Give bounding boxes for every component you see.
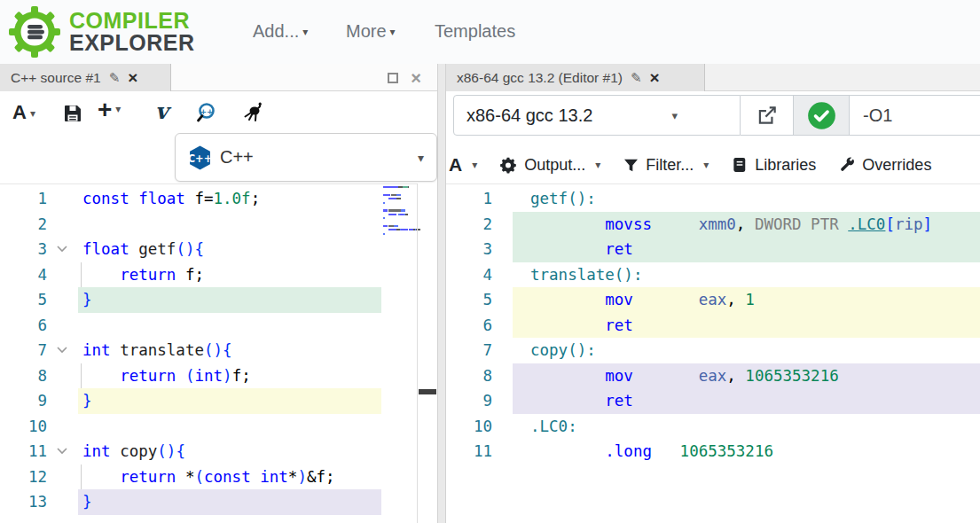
- open-compiler-site-button[interactable]: [741, 95, 794, 136]
- source-line-1[interactable]: 1const float f=1.0f;: [0, 186, 417, 212]
- fold-chevron-icon[interactable]: [57, 448, 67, 455]
- compiler-selector[interactable]: x86-64 gcc 13.2 ▾: [453, 95, 741, 136]
- line-number: 9: [0, 388, 47, 414]
- source-line-4[interactable]: 4 return f;: [0, 262, 417, 288]
- chevron-down-icon: ▾: [418, 151, 424, 165]
- language-label: C++: [220, 147, 254, 168]
- tab-compiler-output[interactable]: x86-64 gcc 13.2 (Editor #1) ✎ ×: [446, 64, 705, 91]
- line-number: 2: [446, 212, 492, 238]
- indent-guide: [81, 262, 82, 288]
- line-number: 3: [446, 237, 492, 262]
- nav-more-menu[interactable]: More▾: [346, 21, 396, 42]
- minimap[interactable]: [383, 186, 415, 237]
- book-icon: [731, 156, 749, 174]
- tab-cpp-source[interactable]: C++ source #1 ✎ ×: [0, 64, 171, 91]
- splitter-drag-handle[interactable]: [419, 389, 436, 394]
- source-line-5[interactable]: 5}: [0, 287, 417, 313]
- source-line-12[interactable]: 12 return *(const int*)&f;: [0, 464, 417, 490]
- line-number: 5: [0, 287, 47, 313]
- tab-title: x86-64 gcc 13.2 (Editor #1): [457, 70, 623, 86]
- asm-line-11[interactable]: 11 .long 1065353216: [446, 439, 980, 464]
- libraries-button[interactable]: Libraries: [731, 156, 816, 175]
- source-pane: A▾ +▾ v ++ C++ C++ ▾ 1const float f=1.0f…: [0, 91, 437, 523]
- check-circle-icon: [807, 101, 836, 130]
- site-logo: COMPILER EXPLORER: [7, 4, 195, 59]
- source-line-11[interactable]: 11int copy(){: [0, 439, 417, 464]
- cpp-language-icon: C++: [188, 144, 212, 171]
- line-number: 10: [446, 414, 492, 440]
- wrench-icon: [838, 156, 856, 174]
- chevron-down-icon: ▾: [390, 26, 396, 38]
- quick-bench-button[interactable]: [241, 101, 266, 126]
- asm-line-3[interactable]: 3 ret: [446, 237, 980, 262]
- compile-status-button[interactable]: [794, 95, 850, 136]
- cpp-insights-button[interactable]: ++: [196, 101, 221, 126]
- asm-line-9[interactable]: 9 ret: [446, 388, 980, 414]
- line-number: 4: [446, 262, 492, 288]
- maximize-pane-icon[interactable]: [388, 73, 398, 83]
- asm-line-5[interactable]: 5 mov eax, 1: [446, 287, 980, 313]
- line-number: 10: [0, 414, 47, 440]
- close-tab-icon[interactable]: ×: [650, 69, 660, 86]
- compiler-options-input[interactable]: -O1: [850, 95, 980, 136]
- save-button[interactable]: [62, 103, 83, 124]
- editor-splitter: [417, 183, 418, 523]
- add-pane-button[interactable]: +▾: [98, 96, 121, 124]
- asm-line-4[interactable]: 4translate():: [446, 262, 980, 288]
- source-line-6[interactable]: 6: [0, 313, 417, 339]
- fold-chevron-icon[interactable]: [57, 246, 67, 253]
- asm-line-2[interactable]: 2 movss xmm0, DWORD PTR .LC0[rip]: [446, 212, 980, 238]
- pane-gap: [437, 64, 446, 523]
- asm-editor[interactable]: 1getf():2 movss xmm0, DWORD PTR .LC0[rip…: [446, 183, 980, 523]
- close-pane-icon[interactable]: ×: [411, 69, 421, 87]
- asm-line-6[interactable]: 6 ret: [446, 313, 980, 339]
- chevron-down-icon: ▾: [302, 26, 308, 38]
- source-line-9[interactable]: 9}: [0, 388, 417, 414]
- source-pane-tabstrip: C++ source #1 ✎ × ×: [0, 64, 437, 91]
- source-line-10[interactable]: 10: [0, 414, 417, 440]
- line-number: 8: [446, 363, 492, 389]
- filter-menu-button[interactable]: Filter...▾: [623, 156, 709, 175]
- fold-chevron-icon[interactable]: [57, 347, 67, 354]
- line-number: 2: [0, 212, 47, 238]
- line-number: 13: [0, 489, 47, 515]
- asm-line-7[interactable]: 7copy():: [446, 338, 980, 363]
- output-menu-button[interactable]: Output...▾: [499, 156, 600, 175]
- chevron-down-icon: ▾: [703, 159, 709, 171]
- asm-line-1[interactable]: 1getf():: [446, 186, 980, 212]
- overrides-button[interactable]: Overrides: [838, 156, 931, 175]
- source-line-2[interactable]: 2: [0, 212, 417, 238]
- asm-line-10[interactable]: 10.LC0:: [446, 414, 980, 440]
- site-wordmark: COMPILER EXPLORER: [69, 10, 195, 54]
- source-line-3[interactable]: 3float getf(){: [0, 237, 417, 262]
- source-line-7[interactable]: 7int translate(){: [0, 338, 417, 363]
- language-selector[interactable]: C++ C++ ▾: [175, 133, 437, 182]
- source-line-8[interactable]: 8 return (int)f;: [0, 363, 417, 389]
- font-size-button[interactable]: A▾: [449, 154, 477, 176]
- line-number: 9: [446, 388, 492, 414]
- chevron-down-icon: ▾: [115, 103, 121, 115]
- line-number: 5: [446, 287, 492, 313]
- indent-guide: [81, 363, 82, 389]
- line-number: 1: [0, 186, 47, 212]
- rename-tab-icon[interactable]: ✎: [109, 70, 121, 86]
- close-tab-icon[interactable]: ×: [128, 69, 137, 86]
- wordmark-line1: COMPILER: [69, 10, 195, 32]
- rename-tab-icon[interactable]: ✎: [631, 70, 642, 86]
- line-number: 11: [0, 439, 47, 464]
- source-editor[interactable]: 1const float f=1.0f;23float getf(){4 ret…: [0, 183, 417, 523]
- asm-line-8[interactable]: 8 mov eax, 1065353216: [446, 363, 980, 389]
- nav-templates[interactable]: Templates: [435, 21, 515, 42]
- vim-mode-button[interactable]: v: [155, 98, 169, 124]
- line-number: 4: [0, 262, 47, 288]
- chevron-down-icon: ▾: [595, 159, 600, 171]
- nav-add-menu[interactable]: Add...▾: [253, 21, 308, 42]
- chevron-down-icon: ▾: [30, 107, 35, 120]
- compiler-name: x86-64 gcc 13.2: [466, 105, 592, 126]
- source-line-13[interactable]: 13}: [0, 489, 417, 515]
- chevron-down-icon: ▾: [472, 159, 477, 171]
- compiler-explorer-gear-logo: [7, 4, 62, 59]
- funnel-icon: [623, 157, 639, 174]
- font-size-button[interactable]: A▾: [12, 101, 35, 124]
- tab-title: C++ source #1: [11, 70, 101, 86]
